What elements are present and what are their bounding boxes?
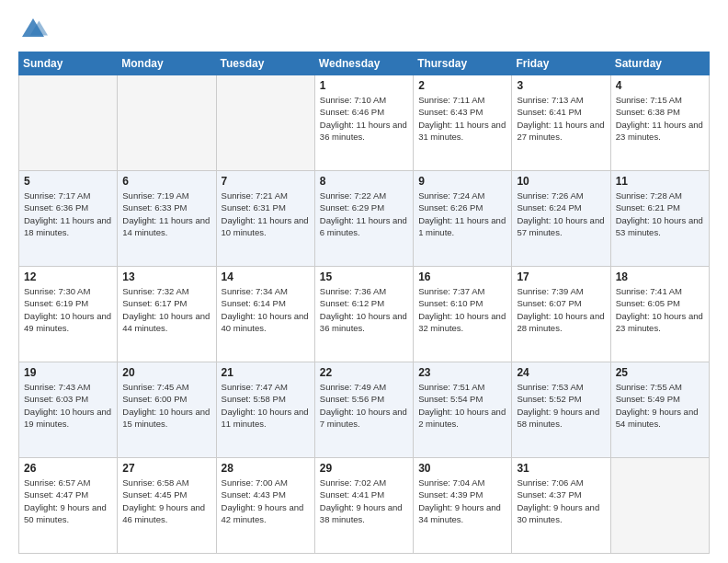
day-info: Sunrise: 7:30 AMSunset: 6:19 PMDaylight:…	[24, 286, 111, 333]
day-of-week-header: Sunday	[19, 52, 118, 75]
calendar-week-row: 19 Sunrise: 7:43 AMSunset: 6:03 PMDaylig…	[19, 362, 710, 458]
calendar-day-cell: 16 Sunrise: 7:37 AMSunset: 6:10 PMDaylig…	[414, 267, 512, 362]
calendar-week-row: 26 Sunrise: 6:57 AMSunset: 4:47 PMDaylig…	[19, 458, 710, 554]
calendar-day-cell: 4 Sunrise: 7:15 AMSunset: 6:38 PMDayligh…	[610, 75, 709, 171]
day-info: Sunrise: 7:28 AMSunset: 6:21 PMDaylight:…	[616, 190, 703, 237]
day-of-week-header: Tuesday	[216, 52, 314, 75]
day-number: 19	[24, 366, 112, 379]
day-of-week-header: Friday	[512, 52, 610, 75]
calendar-day-cell: 5 Sunrise: 7:17 AMSunset: 6:36 PMDayligh…	[19, 171, 118, 267]
day-number: 13	[122, 270, 210, 283]
day-number: 8	[320, 175, 408, 188]
day-info: Sunrise: 6:57 AMSunset: 4:47 PMDaylight:…	[24, 477, 107, 524]
day-number: 27	[122, 462, 210, 475]
day-info: Sunrise: 7:39 AMSunset: 6:07 PMDaylight:…	[517, 286, 604, 333]
day-number: 10	[517, 175, 605, 188]
day-info: Sunrise: 7:04 AMSunset: 4:39 PMDaylight:…	[418, 477, 501, 524]
calendar-day-cell: 14 Sunrise: 7:34 AMSunset: 6:14 PMDaylig…	[216, 267, 314, 362]
day-number: 20	[122, 366, 210, 379]
day-info: Sunrise: 7:45 AMSunset: 6:00 PMDaylight:…	[122, 382, 210, 429]
calendar-day-cell: 18 Sunrise: 7:41 AMSunset: 6:05 PMDaylig…	[610, 267, 709, 362]
calendar-week-row: 5 Sunrise: 7:17 AMSunset: 6:36 PMDayligh…	[19, 171, 710, 267]
day-info: Sunrise: 7:47 AMSunset: 5:58 PMDaylight:…	[222, 382, 309, 429]
day-info: Sunrise: 7:11 AMSunset: 6:43 PMDaylight:…	[418, 95, 506, 142]
calendar-day-cell: 30 Sunrise: 7:04 AMSunset: 4:39 PMDaylig…	[414, 458, 512, 554]
logo	[18, 15, 51, 44]
day-of-week-header: Wednesday	[314, 52, 413, 75]
day-info: Sunrise: 7:17 AMSunset: 6:36 PMDaylight:…	[24, 190, 111, 237]
day-of-week-header: Thursday	[414, 52, 512, 75]
day-info: Sunrise: 7:26 AMSunset: 6:24 PMDaylight:…	[517, 190, 604, 237]
calendar-day-cell: 11 Sunrise: 7:28 AMSunset: 6:21 PMDaylig…	[610, 171, 709, 267]
day-info: Sunrise: 7:51 AMSunset: 5:54 PMDaylight:…	[418, 382, 506, 429]
day-number: 31	[517, 462, 605, 475]
day-info: Sunrise: 7:06 AMSunset: 4:37 PMDaylight:…	[517, 477, 599, 524]
calendar-day-cell: 10 Sunrise: 7:26 AMSunset: 6:24 PMDaylig…	[512, 171, 610, 267]
day-info: Sunrise: 6:58 AMSunset: 4:45 PMDaylight:…	[122, 477, 205, 524]
day-number: 26	[24, 462, 112, 475]
day-number: 9	[418, 175, 506, 188]
day-of-week-header: Saturday	[610, 52, 709, 75]
day-number: 14	[222, 270, 310, 283]
day-number: 15	[320, 270, 408, 283]
day-number: 7	[222, 175, 310, 188]
calendar-day-cell: 25 Sunrise: 7:55 AMSunset: 5:49 PMDaylig…	[610, 362, 709, 458]
calendar-table: SundayMondayTuesdayWednesdayThursdayFrid…	[18, 52, 710, 554]
day-info: Sunrise: 7:53 AMSunset: 5:52 PMDaylight:…	[517, 382, 599, 429]
calendar-day-cell	[216, 75, 314, 171]
day-number: 3	[517, 79, 605, 92]
calendar-day-cell: 24 Sunrise: 7:53 AMSunset: 5:52 PMDaylig…	[512, 362, 610, 458]
day-number: 16	[418, 270, 506, 283]
calendar-day-cell: 9 Sunrise: 7:24 AMSunset: 6:26 PMDayligh…	[414, 171, 512, 267]
calendar-day-cell: 3 Sunrise: 7:13 AMSunset: 6:41 PMDayligh…	[512, 75, 610, 171]
day-number: 29	[320, 462, 408, 475]
calendar-day-cell: 12 Sunrise: 7:30 AMSunset: 6:19 PMDaylig…	[19, 267, 118, 362]
day-number: 23	[418, 366, 506, 379]
day-info: Sunrise: 7:55 AMSunset: 5:49 PMDaylight:…	[616, 382, 699, 429]
day-info: Sunrise: 7:36 AMSunset: 6:12 PMDaylight:…	[320, 286, 407, 333]
calendar-day-cell: 1 Sunrise: 7:10 AMSunset: 6:46 PMDayligh…	[314, 75, 413, 171]
day-info: Sunrise: 7:15 AMSunset: 6:38 PMDaylight:…	[616, 95, 703, 142]
day-number: 4	[616, 79, 704, 92]
calendar-week-row: 12 Sunrise: 7:30 AMSunset: 6:19 PMDaylig…	[19, 267, 710, 362]
day-number: 22	[320, 366, 408, 379]
day-number: 25	[616, 366, 704, 379]
day-number: 11	[616, 175, 704, 188]
calendar-day-cell: 28 Sunrise: 7:00 AMSunset: 4:43 PMDaylig…	[216, 458, 314, 554]
calendar-day-cell: 21 Sunrise: 7:47 AMSunset: 5:58 PMDaylig…	[216, 362, 314, 458]
day-info: Sunrise: 7:00 AMSunset: 4:43 PMDaylight:…	[222, 477, 304, 524]
calendar-day-cell: 22 Sunrise: 7:49 AMSunset: 5:56 PMDaylig…	[314, 362, 413, 458]
calendar-header-row: SundayMondayTuesdayWednesdayThursdayFrid…	[19, 52, 710, 75]
logo-icon	[18, 15, 48, 44]
calendar-day-cell: 27 Sunrise: 6:58 AMSunset: 4:45 PMDaylig…	[118, 458, 216, 554]
day-number: 28	[222, 462, 310, 475]
calendar-day-cell: 15 Sunrise: 7:36 AMSunset: 6:12 PMDaylig…	[314, 267, 413, 362]
calendar-day-cell: 13 Sunrise: 7:32 AMSunset: 6:17 PMDaylig…	[118, 267, 216, 362]
day-info: Sunrise: 7:13 AMSunset: 6:41 PMDaylight:…	[517, 95, 604, 142]
day-number: 1	[320, 79, 408, 92]
calendar-day-cell: 17 Sunrise: 7:39 AMSunset: 6:07 PMDaylig…	[512, 267, 610, 362]
day-info: Sunrise: 7:43 AMSunset: 6:03 PMDaylight:…	[24, 382, 111, 429]
calendar-day-cell: 7 Sunrise: 7:21 AMSunset: 6:31 PMDayligh…	[216, 171, 314, 267]
day-info: Sunrise: 7:49 AMSunset: 5:56 PMDaylight:…	[320, 382, 407, 429]
day-number: 21	[222, 366, 310, 379]
day-info: Sunrise: 7:41 AMSunset: 6:05 PMDaylight:…	[616, 286, 703, 333]
day-number: 5	[24, 175, 112, 188]
day-number: 24	[517, 366, 605, 379]
day-info: Sunrise: 7:21 AMSunset: 6:31 PMDaylight:…	[222, 190, 309, 237]
calendar-day-cell	[610, 458, 709, 554]
page-header	[18, 15, 710, 44]
day-number: 30	[418, 462, 506, 475]
calendar-day-cell: 23 Sunrise: 7:51 AMSunset: 5:54 PMDaylig…	[414, 362, 512, 458]
day-info: Sunrise: 7:02 AMSunset: 4:41 PMDaylight:…	[320, 477, 403, 524]
calendar-day-cell	[19, 75, 118, 171]
day-number: 6	[122, 175, 210, 188]
calendar-day-cell: 6 Sunrise: 7:19 AMSunset: 6:33 PMDayligh…	[118, 171, 216, 267]
day-number: 17	[517, 270, 605, 283]
day-number: 2	[418, 79, 506, 92]
day-info: Sunrise: 7:22 AMSunset: 6:29 PMDaylight:…	[320, 190, 407, 237]
day-info: Sunrise: 7:34 AMSunset: 6:14 PMDaylight:…	[222, 286, 309, 333]
day-info: Sunrise: 7:19 AMSunset: 6:33 PMDaylight:…	[122, 190, 210, 237]
calendar-day-cell: 29 Sunrise: 7:02 AMSunset: 4:41 PMDaylig…	[314, 458, 413, 554]
day-info: Sunrise: 7:24 AMSunset: 6:26 PMDaylight:…	[418, 190, 506, 237]
